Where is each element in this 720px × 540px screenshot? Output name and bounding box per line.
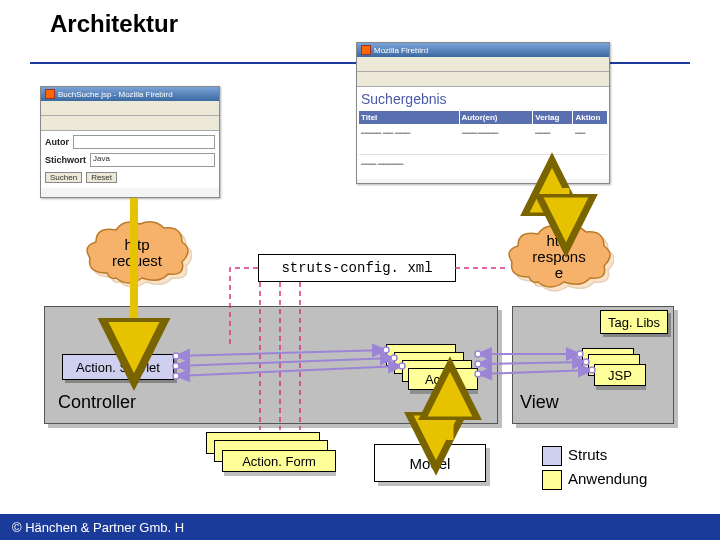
table-cell: ▁▁▁▁ ▁▁ ▁▁▁	[359, 124, 460, 155]
action-card-front: Action	[408, 368, 478, 390]
footer-bar: © Hänchen & Partner Gmb. H	[0, 514, 720, 540]
search-button[interactable]: Suchen	[45, 172, 82, 183]
firebird-icon	[361, 45, 371, 55]
http-response-label: httpresponse	[504, 222, 614, 292]
taglibs-box: Tag. Libs	[600, 310, 668, 334]
table-cell: ▁▁▁	[533, 124, 573, 155]
table-cell	[533, 155, 573, 177]
right-body: Suchergebnis Titel Autor(en) Verlag Akti…	[357, 87, 609, 179]
jsp-card-front: JSP	[594, 364, 646, 386]
actionservlet-box: Action. Servlet	[62, 354, 174, 380]
http-response-cloud: httpresponse	[504, 222, 614, 292]
col-aktion: Aktion	[573, 111, 607, 124]
actionform-stack: Action. Form	[206, 432, 346, 474]
results-heading: Suchergebnis	[359, 89, 607, 111]
jsp-stack: JSP	[582, 348, 652, 388]
table-cell: ▁▁▁ ▁▁▁▁▁	[359, 155, 460, 177]
col-titel: Titel	[359, 111, 460, 124]
legend-struts-swatch	[542, 446, 562, 466]
struts-config-box: struts-config. xml	[258, 254, 456, 282]
stichwort-input[interactable]: Java	[90, 153, 215, 167]
http-request-label: httprequest	[82, 218, 192, 288]
table-cell	[573, 155, 607, 177]
results-screenshot: Mozilla Firebird Suchergebnis Titel Auto…	[356, 42, 610, 184]
right-addressbar	[357, 72, 609, 87]
table-cell: ▁▁▁ ▁▁▁▁	[460, 124, 534, 155]
legend-anwendung-swatch	[542, 470, 562, 490]
right-titlebar-text: Mozilla Firebird	[374, 46, 428, 55]
right-titlebar: Mozilla Firebird	[357, 43, 609, 57]
table-cell	[460, 155, 534, 177]
firebird-icon	[45, 89, 55, 99]
autor-label: Autor	[45, 137, 69, 147]
controller-label: Controller	[58, 392, 136, 413]
left-body: Autor Stichwort Java Suchen Reset	[41, 131, 219, 188]
stichwort-label: Stichwort	[45, 155, 86, 165]
page-title: Architektur	[50, 10, 178, 38]
table-cell: ▁▁	[573, 124, 607, 155]
left-titlebar-text: BuchSuche.jsp - Mozilla Firebird	[58, 90, 173, 99]
col-verlag: Verlag	[533, 111, 573, 124]
autor-input[interactable]	[73, 135, 215, 149]
legend-anwendung-label: Anwendung	[568, 470, 647, 487]
actionform-card-front: Action. Form	[222, 450, 336, 472]
search-form-screenshot: BuchSuche.jsp - Mozilla Firebird Autor S…	[40, 86, 220, 198]
right-menubar	[357, 57, 609, 72]
col-autor: Autor(en)	[460, 111, 534, 124]
left-toolbar	[41, 116, 219, 131]
footer-text: © Hänchen & Partner Gmb. H	[12, 520, 184, 535]
left-titlebar: BuchSuche.jsp - Mozilla Firebird	[41, 87, 219, 101]
view-label: View	[520, 392, 559, 413]
http-request-cloud: httprequest	[82, 218, 192, 288]
legend-struts-label: Struts	[568, 446, 607, 463]
model-box: Model	[374, 444, 486, 482]
action-stack: Action	[386, 344, 476, 390]
left-menubar	[41, 101, 219, 116]
reset-button[interactable]: Reset	[86, 172, 117, 183]
